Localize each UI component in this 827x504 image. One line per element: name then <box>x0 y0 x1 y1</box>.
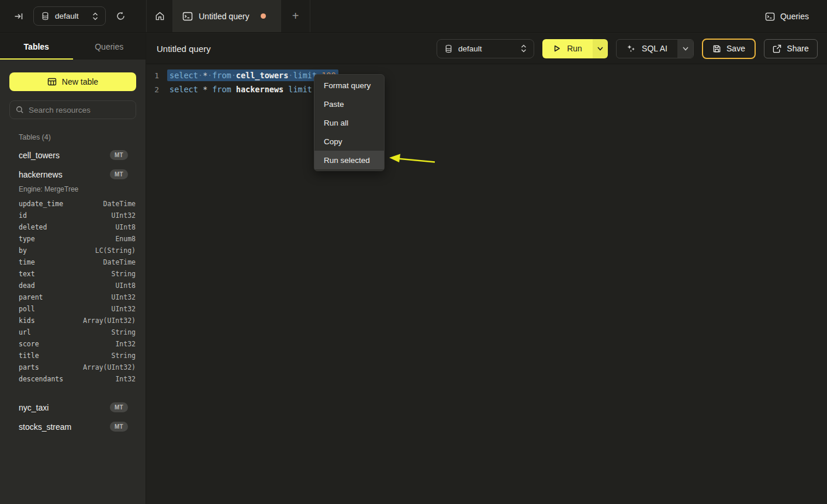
editor-database-selector[interactable]: default <box>437 39 534 58</box>
table-grid-icon <box>47 77 57 86</box>
table-column-row: textString <box>0 268 146 280</box>
line-number: 2 <box>146 85 159 94</box>
topbar: default <box>0 0 827 33</box>
column-type: String <box>111 270 136 278</box>
search-resources-input[interactable] <box>29 106 130 114</box>
unsaved-dot <box>261 13 266 19</box>
sidebar-tab-tables[interactable]: Tables <box>0 33 73 60</box>
queries-button-label: Queries <box>780 12 809 21</box>
column-name: url <box>19 328 31 336</box>
editor-header: Untitled query default <box>146 33 827 64</box>
table-column-row: titleString <box>0 350 146 362</box>
sql-ai-button[interactable]: SQL AI <box>616 39 694 58</box>
menu-item-copy[interactable]: Copy <box>314 132 384 151</box>
line-number: 1 <box>146 71 159 80</box>
share-icon <box>773 44 781 53</box>
menu-item-run-all[interactable]: Run all <box>314 113 384 132</box>
run-button-main[interactable]: Run <box>542 39 593 58</box>
sql-ai-label: SQL AI <box>642 44 667 53</box>
topbar-database-value: default <box>55 12 87 20</box>
code-line[interactable]: 2select * from hackernews limit <box>146 82 827 96</box>
column-type: UInt32 <box>111 211 136 220</box>
save-button-label: Save <box>726 44 745 53</box>
column-name: title <box>19 352 39 360</box>
run-button[interactable]: Run <box>542 39 608 58</box>
menu-item-run-selected[interactable]: Run selected <box>314 151 384 169</box>
menu-item-paste[interactable]: Paste <box>314 95 384 113</box>
save-icon <box>712 44 721 53</box>
table-column-row: typeEnum8 <box>0 233 146 245</box>
terminal-icon <box>182 11 193 22</box>
topbar-left: default <box>0 0 146 32</box>
topbar-database-selector[interactable]: default <box>33 6 106 26</box>
engine-badge: MT <box>110 169 128 179</box>
spacer <box>0 391 146 398</box>
engine-badge: MT <box>110 422 128 432</box>
table-list: cell_towersMThackernewsMTEngine: MergeTr… <box>0 145 146 436</box>
column-name: id <box>19 211 27 220</box>
query-title: Untitled query <box>157 44 211 54</box>
sidebar-tab-queries[interactable]: Queries <box>73 33 146 60</box>
table-column-row: byLC(String) <box>0 245 146 256</box>
column-type: UInt8 <box>115 281 136 290</box>
table-row[interactable]: cell_towersMT <box>0 145 146 165</box>
home-icon <box>155 11 165 21</box>
column-name: parts <box>19 363 39 371</box>
refresh-icon[interactable] <box>116 11 126 21</box>
table-column-row: update_timeDateTime <box>0 198 146 210</box>
table-name: stocks_stream <box>19 422 71 432</box>
share-button[interactable]: Share <box>764 39 818 58</box>
column-name: time <box>19 258 35 266</box>
column-type: Array(UInt32) <box>83 363 136 371</box>
play-icon <box>553 44 561 53</box>
column-name: deleted <box>19 223 47 231</box>
code-line[interactable]: 1select·*·from·cell_towers·limit·100 <box>146 68 827 82</box>
editor-database-value: default <box>458 44 490 53</box>
sql-console-app: default <box>0 0 827 504</box>
table-columns: update_timeDateTimeidUInt32deletedUInt8t… <box>0 198 146 391</box>
column-name: by <box>19 246 27 255</box>
column-type: UInt8 <box>115 223 136 231</box>
table-row[interactable]: stocks_streamMT <box>0 417 146 436</box>
sparkles-icon <box>627 44 636 53</box>
share-button-label: Share <box>787 44 808 53</box>
save-button[interactable]: Save <box>702 39 756 59</box>
column-type: UInt32 <box>111 293 136 301</box>
sql-ai-button-main[interactable]: SQL AI <box>617 40 677 58</box>
chevron-down-icon <box>597 47 603 51</box>
column-type: UInt32 <box>111 305 136 313</box>
table-column-row: descendantsInt32 <box>0 373 146 385</box>
database-icon <box>41 12 50 20</box>
table-engine-label: Engine: MergeTree <box>0 184 146 198</box>
sidebar: Tables Queries New table Tables (4) cell… <box>0 33 146 504</box>
column-name: update_time <box>19 200 63 208</box>
engine-badge: MT <box>110 402 128 412</box>
table-column-row: urlString <box>0 326 146 338</box>
menu-item-format-query[interactable]: Format query <box>314 76 384 95</box>
queries-topbar-button[interactable]: Queries <box>765 0 809 33</box>
table-row[interactable]: hackernewsMT <box>0 165 146 184</box>
new-table-label: New table <box>62 77 98 86</box>
table-column-row: parentUInt32 <box>0 291 146 303</box>
tab-untitled-query[interactable]: Untitled query <box>173 0 281 32</box>
column-type: Int32 <box>115 375 136 383</box>
sql-ai-dropdown-caret[interactable] <box>677 40 693 58</box>
code-editor[interactable]: 1select·*·from·cell_towers·limit·1002sel… <box>146 64 827 504</box>
column-name: type <box>19 235 35 243</box>
new-tab-button[interactable]: + <box>281 0 310 32</box>
column-type: LC(String) <box>95 246 136 255</box>
run-dropdown-caret[interactable] <box>593 39 608 58</box>
home-tab-button[interactable] <box>146 0 173 32</box>
column-name: parent <box>19 293 43 301</box>
table-row[interactable]: nyc_taxiMT <box>0 398 146 417</box>
editor-toolbar: default Run <box>437 39 818 59</box>
new-table-button[interactable]: New table <box>9 72 136 91</box>
column-name: poll <box>19 305 35 313</box>
column-name: score <box>19 340 39 348</box>
column-name: text <box>19 270 35 278</box>
table-column-row: partsArray(UInt32) <box>0 362 146 373</box>
updown-chevron-icon <box>521 44 527 53</box>
collapse-sidebar-icon[interactable] <box>14 12 23 21</box>
run-button-label: Run <box>567 44 582 53</box>
column-name: descendants <box>19 375 63 383</box>
